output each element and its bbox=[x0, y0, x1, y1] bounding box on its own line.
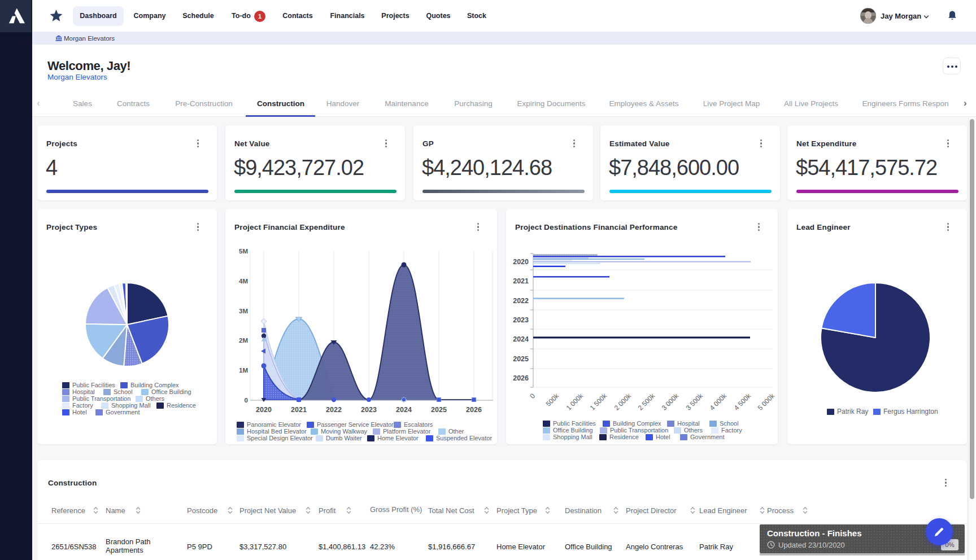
svg-text:2024: 2024 bbox=[396, 406, 412, 414]
svg-text:2025: 2025 bbox=[431, 406, 447, 414]
svg-text:2024: 2024 bbox=[513, 335, 529, 343]
svg-text:2020: 2020 bbox=[256, 406, 272, 414]
svg-text:2 000k: 2 000k bbox=[613, 392, 633, 412]
svg-text:2020: 2020 bbox=[513, 258, 529, 266]
svg-text:4M: 4M bbox=[239, 278, 248, 285]
svg-text:4 500k: 4 500k bbox=[733, 392, 753, 412]
svg-text:3M: 3M bbox=[239, 308, 248, 314]
svg-text:2026: 2026 bbox=[466, 406, 482, 414]
svg-text:5M: 5M bbox=[239, 248, 248, 255]
svg-text:500k: 500k bbox=[544, 392, 561, 408]
svg-text:2026: 2026 bbox=[513, 374, 529, 382]
svg-text:4 000k: 4 000k bbox=[708, 392, 729, 412]
svg-text:5 000k: 5 000k bbox=[756, 392, 777, 412]
svg-text:3 500k: 3 500k bbox=[685, 392, 705, 412]
svg-text:2 500k: 2 500k bbox=[637, 392, 657, 412]
svg-text:2021: 2021 bbox=[513, 277, 529, 285]
svg-text:2M: 2M bbox=[239, 337, 248, 344]
svg-text:2023: 2023 bbox=[361, 406, 377, 414]
svg-text:1M: 1M bbox=[239, 367, 248, 374]
svg-text:1 500k: 1 500k bbox=[589, 392, 609, 412]
svg-text:2023: 2023 bbox=[513, 316, 529, 324]
svg-text:0: 0 bbox=[245, 397, 248, 404]
svg-text:0: 0 bbox=[528, 392, 537, 400]
svg-text:2022: 2022 bbox=[326, 406, 342, 414]
svg-text:1 000k: 1 000k bbox=[565, 392, 585, 412]
svg-text:2021: 2021 bbox=[291, 406, 307, 414]
svg-text:2022: 2022 bbox=[513, 297, 529, 305]
svg-text:2025: 2025 bbox=[513, 355, 529, 363]
svg-text:3 000k: 3 000k bbox=[660, 392, 681, 412]
